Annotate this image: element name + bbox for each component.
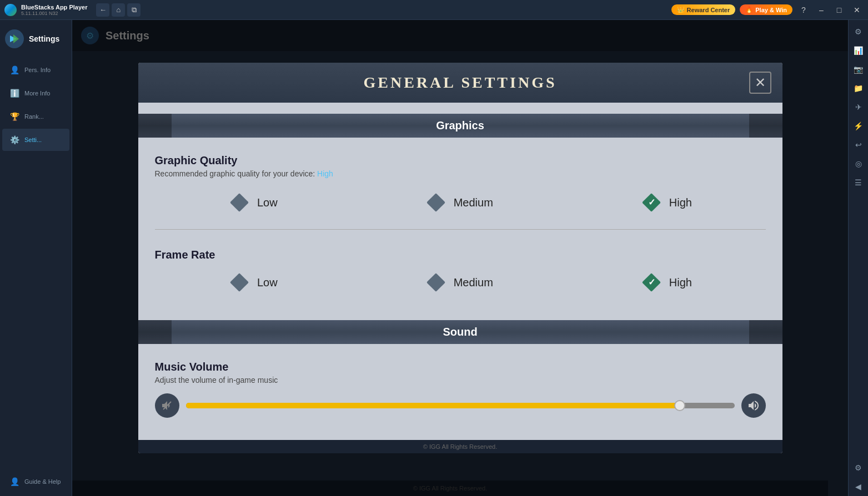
bluestacks-sidebar-logo [4, 29, 24, 49]
sidebar-item-settings[interactable]: ⚙️ Setti... [2, 129, 69, 151]
back-button[interactable]: ← [96, 3, 109, 17]
graphic-quality-high-label: High [669, 196, 692, 209]
modal-header: GENERAL SETTINGS ✕ [138, 63, 782, 103]
frame-rate-low-label: Low [257, 276, 278, 289]
sidebar-item-ranking[interactable]: 🏆 Rank... [2, 105, 69, 128]
sidebar-header: Settings [0, 24, 72, 53]
sidebar-bottom: 👤 Guide & Help [0, 467, 72, 496]
main-area: Settings 👤 Pers. Info ℹ️ More Info 🏆 Ran… [0, 20, 868, 496]
bluestacks-logo [4, 4, 17, 16]
tabs-button[interactable]: ⧉ [127, 3, 141, 17]
right-tool-btn-5[interactable]: ✈ [850, 99, 867, 115]
music-volume-slider-row [155, 393, 766, 418]
close-x-icon: ✕ [755, 75, 766, 90]
mute-icon[interactable] [155, 393, 179, 418]
slider-thumb[interactable] [674, 400, 685, 411]
person-icon: 👤 [9, 64, 20, 75]
right-tool-btn-2[interactable]: 📊 [850, 42, 867, 59]
diamond-framerate-high-icon: ✓ [640, 271, 663, 293]
svg-rect-1 [230, 193, 249, 212]
svg-text:✓: ✓ [648, 277, 655, 287]
frame-rate-high-label: High [669, 276, 692, 289]
graphics-section-title: Graphics [436, 119, 484, 131]
settings-icon: ⚙️ [9, 134, 20, 145]
svg-rect-6 [427, 273, 445, 292]
frame-rate-high[interactable]: ✓ High [629, 267, 703, 298]
fire-icon: 🔥 [745, 6, 753, 13]
info-icon: ℹ️ [9, 88, 20, 99]
modal-body: Graphics Graphic Quality Recommended gra… [138, 103, 782, 440]
graphic-quality-high[interactable]: ✓ High [629, 187, 703, 218]
right-tool-btn-9[interactable]: ☰ [850, 174, 867, 191]
reward-center-button[interactable]: 👑 Reward Center [671, 4, 736, 15]
app-title: BlueStacks App Player [21, 4, 87, 11]
modal-footer: © IGG All Rights Reserved. [138, 440, 782, 453]
graphic-quality-section: Graphic Quality Recommended graphic qual… [155, 149, 766, 243]
graphic-quality-low-label: Low [257, 196, 278, 209]
right-tool-btn-4[interactable]: 📁 [850, 80, 867, 97]
music-volume-slider[interactable] [186, 403, 735, 408]
minimize-button[interactable]: – [815, 3, 828, 17]
sidebar-label-settings: Setti... [24, 136, 42, 143]
right-tool-btn-8[interactable]: ◎ [850, 155, 867, 172]
slider-fill [186, 403, 680, 408]
topbar-right: 👑 Reward Center 🔥 Play & Win ? – □ ✕ [671, 3, 864, 17]
sidebar-title: Settings [29, 34, 59, 43]
diamond-framerate-medium-icon [425, 271, 447, 293]
modal-overlay: GENERAL SETTINGS ✕ Graphics Graphic Qual… [72, 20, 848, 496]
play-win-button[interactable]: 🔥 Play & Win [740, 4, 792, 15]
diamond-low-icon [228, 191, 250, 214]
recommended-quality: High [317, 169, 333, 178]
right-tool-btn-1[interactable]: ⚙ [850, 23, 867, 40]
general-settings-modal: GENERAL SETTINGS ✕ Graphics Graphic Qual… [138, 63, 782, 453]
volume-icon[interactable] [741, 393, 766, 418]
sound-section-header: Sound [138, 320, 782, 344]
frame-rate-label: Frame Rate [155, 249, 766, 261]
guide-icon: 👤 [9, 476, 20, 487]
graphic-quality-medium[interactable]: Medium [414, 187, 504, 218]
graphic-quality-low[interactable]: Low [217, 187, 289, 218]
frame-rate-medium-label: Medium [454, 276, 493, 289]
modal-close-button[interactable]: ✕ [749, 72, 771, 94]
diamond-framerate-low-icon [228, 271, 250, 293]
modal-title: GENERAL SETTINGS [364, 74, 557, 91]
maximize-button[interactable]: □ [832, 3, 846, 17]
music-volume-label: Music Volume [155, 361, 766, 373]
right-tool-btn-6[interactable]: ⚡ [850, 118, 867, 134]
sidebar-item-guide-help[interactable]: 👤 Guide & Help [4, 472, 67, 492]
graphic-quality-label: Graphic Quality [155, 154, 766, 167]
home-button[interactable]: ⌂ [112, 3, 125, 17]
sidebar-label-personal: Pers. Info [24, 67, 51, 73]
frame-rate-low[interactable]: Low [217, 267, 289, 298]
sidebar-item-more-info[interactable]: ℹ️ More Info [2, 82, 69, 104]
frame-rate-medium[interactable]: Medium [414, 267, 504, 298]
ranking-icon: 🏆 [9, 111, 20, 122]
svg-rect-2 [427, 193, 445, 212]
frame-rate-section: Frame Rate Low [155, 243, 766, 320]
sidebar-label-guide: Guide & Help [24, 478, 61, 485]
right-tool-btn-7[interactable]: ↩ [850, 136, 867, 153]
right-tool-expand[interactable]: ◀ [850, 478, 867, 495]
help-button[interactable]: ? [797, 3, 810, 17]
crown-icon: 👑 [677, 6, 685, 13]
right-toolbar: ⚙ 📊 📷 📁 ✈ ⚡ ↩ ◎ ☰ ⚙ ◀ [848, 20, 868, 496]
sound-section-title: Sound [443, 326, 477, 338]
diamond-medium-icon [425, 191, 447, 214]
sidebar-item-personal-info[interactable]: 👤 Pers. Info [2, 59, 69, 81]
graphic-quality-desc: Recommended graphic quality for your dev… [155, 169, 766, 178]
svg-text:✓: ✓ [648, 198, 655, 207]
close-window-button[interactable]: ✕ [850, 3, 864, 17]
divider-1 [155, 229, 766, 230]
frame-rate-options: Low Medium [155, 267, 766, 298]
music-volume-desc: Adjust the volume of in-game music [155, 376, 766, 384]
content-area: ⚙ Settings GENERAL SETTINGS ✕ Graphics [72, 20, 848, 496]
music-volume-section: Music Volume Adjust the volume of in-gam… [155, 355, 766, 429]
graphic-quality-options: Low Medium [155, 187, 766, 218]
topbar: BlueStacks App Player 5.11.11.001 N32 ← … [0, 0, 868, 20]
topbar-nav: ← ⌂ ⧉ [96, 3, 141, 17]
graphics-section-header: Graphics [138, 114, 782, 138]
app-version: 5.11.11.001 N32 [21, 11, 87, 16]
right-tool-settings[interactable]: ⚙ [850, 459, 867, 476]
svg-rect-5 [230, 273, 249, 292]
right-tool-btn-3[interactable]: 📷 [850, 61, 867, 78]
